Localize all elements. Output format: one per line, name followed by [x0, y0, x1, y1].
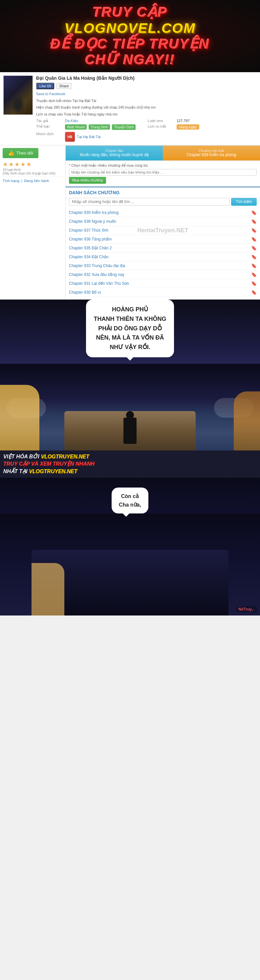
character-left — [0, 385, 39, 450]
novel-details: Đại Quân Gia Là Ma Hoàng (Bản Người Dịch… — [36, 75, 257, 142]
tag-truyen-dich[interactable]: Truyện Dịch — [112, 124, 136, 130]
star-2[interactable]: ★ — [8, 161, 14, 168]
chapter-937-link[interactable]: Chapter 937 Thức tỉnh — [69, 228, 108, 232]
fb-bar: Like 69 Share — [36, 83, 257, 89]
buy-note: * Chọn một hoặc nhiều chương để mua cùng… — [69, 163, 257, 168]
chapter-933-link[interactable]: Chapter 933 Trung Châu đại địa — [69, 264, 125, 268]
novel-cover-image — [3, 75, 33, 115]
star-4[interactable]: ★ — [20, 161, 26, 168]
bookmark-938-icon[interactable]: 🔖 — [251, 219, 257, 224]
bookmark-936-icon[interactable]: 🔖 — [251, 237, 257, 242]
scene-figure — [123, 418, 137, 444]
viet-hoa-text: VIỆT HÓA BỞI VLOGTRUYEN.NET TRUY CẬP VÀ … — [3, 453, 257, 475]
scene-background — [0, 364, 260, 450]
star-1[interactable]: ★ — [3, 161, 8, 168]
fb-share-button[interactable]: Share — [56, 83, 72, 89]
list-item: Chapter 935 Đặt Chân 2 🔖 — [69, 244, 257, 253]
hang-ngay-button[interactable]: Hàng ngày — [177, 124, 199, 130]
theo-doi-label: Theo dõi — [16, 151, 33, 156]
fb-like-button[interactable]: Like 69 — [36, 83, 54, 89]
list-item: Chapter 939 Kiểm tra phòng 🔖 — [69, 208, 257, 217]
bookmark-939-icon[interactable]: 🔖 — [251, 210, 257, 215]
chapter-dau-button[interactable]: Chapter đầu Muốn nâng đầu, không muốn hu… — [65, 146, 163, 161]
star-rating: ★ ★ ★ ★ ★ — [3, 161, 63, 168]
nhom-dich-avatar: HB — [65, 132, 75, 142]
banner-title: TRUY CẬP VLOGNOVEL.COM ĐỂ ĐỌC TIẾP TRUYỆ… — [51, 4, 209, 68]
thumb-icon: 👍 — [8, 150, 14, 156]
comic2-char-left — [32, 563, 64, 616]
the-loai-tags: Web Novel Trùng Sinh Truyện Dịch — [65, 124, 145, 130]
buy-section: * Chọn một hoặc nhiều chương để mua cùng… — [65, 161, 260, 187]
chapter-search-input[interactable] — [69, 169, 257, 175]
bookmark-933-icon[interactable]: 🔖 — [251, 263, 257, 268]
viet-hoa-line-2: TRUY CẬP VÀ XEM TRUYỆN NHANH — [3, 461, 94, 466]
speech-bubble-2: Còn cảCha nữa, — [112, 488, 148, 514]
bookmark-930-icon[interactable]: 🔖 — [251, 290, 257, 295]
list-item: Chapter 933 Trung Châu đại địa 🔖 — [69, 261, 257, 270]
nettruyen-watermark: NêTruy... — [236, 606, 257, 612]
list-item: Chapter 936 Tăng phẩm 🔖 — [69, 235, 257, 244]
luot-xem-label: Lượt xem — [148, 119, 174, 123]
chapter-list-search: Tìm kiếm — [69, 198, 257, 206]
chapter-moi-button[interactable]: Chương mới nhất Chapter 939 Kiểm tra phò… — [163, 146, 260, 161]
novel-title: Đại Quân Gia Là Ma Hoàng (Bản Người Dịch… — [36, 75, 257, 81]
hentai-watermark: HentaiTruyen.NET — [137, 227, 188, 234]
chapter-dau-sub: Muốn nâng đầu, không muốn huynh đệ — [80, 153, 149, 157]
bookmark-937-icon[interactable]: 🔖 — [251, 228, 257, 233]
tag-web-novel[interactable]: Web Novel — [65, 124, 87, 130]
viet-hoa-site-2: VLOGTRUYEN.NET — [29, 469, 78, 474]
luot-xem-value: 127,797 — [177, 119, 257, 123]
scene-platform — [64, 411, 196, 450]
comic-panel-1: HOÀNG PHỦTHANH THIÊN TA KHÔNGPHẢI DO ÔNG… — [0, 299, 260, 450]
chapter-934-link[interactable]: Chapter 934 Đặt Chân — [69, 255, 108, 259]
chapter-dau-label: Chapter đầu — [69, 149, 160, 153]
chapter-list-search-input[interactable] — [69, 198, 230, 206]
chapter-list: Chapter 939 Kiểm tra phòng 🔖 Chapter 938… — [69, 208, 257, 297]
comic-panel-2: Còn cảCha nữa, NêTruy... — [0, 478, 260, 616]
chapter-930-link[interactable]: Chapter 930 Bố vị — [69, 290, 101, 294]
the-loai-label: Thể loại — [36, 124, 62, 130]
chapter-moi-sub: Chapter 939 Kiểm tra phòng — [187, 153, 236, 157]
dang-tien-hanh-link[interactable]: Đang tiến hành — [24, 179, 49, 183]
page-layout: 👍 Theo dõi ★ ★ ★ ★ ★ 19 lượt thích (Hãy … — [0, 145, 260, 299]
chapter-938-link[interactable]: Chapter 938 Ngoài ý muốn — [69, 219, 116, 224]
list-item: Chapter 938 Ngoài ý muốn 🔖 — [69, 217, 257, 226]
chapter-nav-buttons: Chapter đầu Muốn nâng đầu, không muốn hu… — [65, 145, 260, 161]
comic2-platform — [32, 550, 228, 616]
star-5[interactable]: ★ — [26, 161, 32, 168]
chapter-939-link[interactable]: Chapter 939 Kiểm tra phòng — [69, 210, 118, 215]
tinh-trang-link[interactable]: Tình trạng — [3, 179, 19, 183]
tim-kiem-button[interactable]: Tìm kiếm — [231, 198, 257, 206]
chapter-931-link[interactable]: Chapter 931 Lại đến Vân Thú Sơn — [69, 281, 129, 286]
speech-bubble-1: HOÀNG PHỦTHANH THIÊN TA KHÔNGPHẢI DO ÔNG… — [86, 299, 174, 357]
bookmark-932-icon[interactable]: 🔖 — [251, 272, 257, 277]
left-sidebar: 👍 Theo dõi ★ ★ ★ ★ ★ 19 lượt thích (Hãy … — [0, 145, 65, 299]
save-to-facebook-link[interactable]: Save to Facebook — [36, 91, 257, 97]
tac-gia-label: Tác giả — [36, 119, 62, 123]
tag-trung-sinh[interactable]: Trùng Sinh — [89, 124, 110, 130]
mua-nhieu-button[interactable]: Mua nhiều chương — [69, 177, 106, 184]
bookmark-934-icon[interactable]: 🔖 — [251, 254, 257, 259]
novel-meta-grid: Tác giả Da Kiều Lượt xem 127,797 Thể loạ… — [36, 119, 257, 142]
star-3[interactable]: ★ — [14, 161, 20, 168]
luot-thich: 19 lượt thích (Hãy bình chọn cho truyện … — [3, 168, 63, 175]
character-right — [234, 391, 260, 450]
bookmark-935-icon[interactable]: 🔖 — [251, 245, 257, 251]
nhom-dich-value: HB Tại Hạ Bất Tài — [65, 132, 145, 142]
chapter-935-link[interactable]: Chapter 935 Đặt Chân 2 — [69, 246, 112, 250]
lich-ra-mat-label: Lịch ra mắt — [148, 124, 174, 130]
chapter-list-section: DANH SÁCH CHƯƠNG Tìm kiếm Chapter 939 Ki… — [65, 187, 260, 299]
viet-hoa-banner: VIỆT HÓA BỞI VLOGTRUYEN.NET TRUY CẬP VÀ … — [0, 450, 260, 478]
chapter-moi-label: Chương mới nhất — [166, 149, 257, 153]
viet-hoa-site-1: VLOGTRUYEN.NET — [41, 454, 89, 459]
hang-ngay-value: Hàng ngày — [177, 124, 257, 130]
list-item: Chapter 932 Xưa đâu bằng nay 🔖 — [69, 270, 257, 279]
tinh-trang-bar: Tình trạng | Đang tiến hành — [3, 177, 63, 183]
chapter-932-link[interactable]: Chapter 932 Xưa đâu bằng nay — [69, 272, 124, 277]
novel-desc-3: Lịch ra chap vào Trưa hoặc Tối hàng ngày… — [36, 111, 257, 117]
bookmark-931-icon[interactable]: 🔖 — [251, 281, 257, 286]
theo-doi-button[interactable]: 👍 Theo dõi — [3, 148, 38, 158]
novel-info-section: Đại Quân Gia Là Ma Hoàng (Bản Người Dịch… — [0, 72, 260, 145]
chapter-936-link[interactable]: Chapter 936 Tăng phẩm — [69, 237, 112, 242]
nhom-dich-label: Nhóm dịch — [36, 132, 62, 142]
